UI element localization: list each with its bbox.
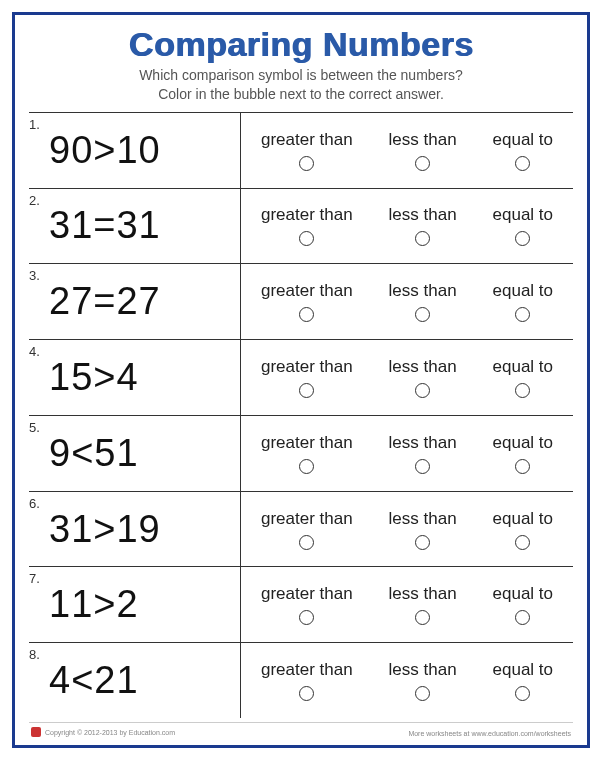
option-label-less: less than xyxy=(389,205,457,225)
bubble-greater[interactable] xyxy=(299,459,314,474)
bubble-less[interactable] xyxy=(415,307,430,322)
options-group: greater than less than equal to xyxy=(241,264,573,339)
problem-row: 4. 15>4 greater than less than equal to xyxy=(29,339,573,415)
option-equal: equal to xyxy=(493,357,554,398)
problem-number: 5. xyxy=(29,416,45,491)
problem-row: 6. 31>19 greater than less than equal to xyxy=(29,491,573,567)
bubble-less[interactable] xyxy=(415,686,430,701)
option-less: less than xyxy=(389,584,457,625)
problem-row: 2. 31=31 greater than less than equal to xyxy=(29,188,573,264)
option-less: less than xyxy=(389,281,457,322)
option-greater: greater than xyxy=(261,281,353,322)
option-less: less than xyxy=(389,433,457,474)
problem-number: 7. xyxy=(29,567,45,642)
problem-row: 1. 90>10 greater than less than equal to xyxy=(29,112,573,188)
option-equal: equal to xyxy=(493,281,554,322)
expression-cell: 4<21 xyxy=(45,643,241,718)
bubble-greater[interactable] xyxy=(299,307,314,322)
option-equal: equal to xyxy=(493,660,554,701)
footer-link-text: More worksheets at www.education.com/wor… xyxy=(408,730,571,737)
option-label-greater: greater than xyxy=(261,433,353,453)
expression-cell: 15>4 xyxy=(45,340,241,415)
expression: 11>2 xyxy=(49,583,139,626)
bubble-less[interactable] xyxy=(415,459,430,474)
footer: Copyright © 2012-2013 by Education.com M… xyxy=(29,722,573,737)
expression-cell: 11>2 xyxy=(45,567,241,642)
bubble-greater[interactable] xyxy=(299,535,314,550)
option-label-greater: greater than xyxy=(261,509,353,529)
option-label-less: less than xyxy=(389,433,457,453)
bubble-greater[interactable] xyxy=(299,686,314,701)
education-logo-icon xyxy=(31,727,41,737)
option-label-less: less than xyxy=(389,130,457,150)
bubble-less[interactable] xyxy=(415,156,430,171)
bubble-equal[interactable] xyxy=(515,610,530,625)
option-less: less than xyxy=(389,660,457,701)
option-greater: greater than xyxy=(261,357,353,398)
option-greater: greater than xyxy=(261,660,353,701)
option-label-less: less than xyxy=(389,509,457,529)
option-label-less: less than xyxy=(389,281,457,301)
options-group: greater than less than equal to xyxy=(241,340,573,415)
expression-cell: 31=31 xyxy=(45,189,241,264)
instructions: Which comparison symbol is between the n… xyxy=(29,66,573,104)
options-group: greater than less than equal to xyxy=(241,416,573,491)
bubble-greater[interactable] xyxy=(299,156,314,171)
bubble-equal[interactable] xyxy=(515,307,530,322)
options-group: greater than less than equal to xyxy=(241,492,573,567)
problem-number: 3. xyxy=(29,264,45,339)
option-equal: equal to xyxy=(493,433,554,474)
bubble-equal[interactable] xyxy=(515,459,530,474)
option-greater: greater than xyxy=(261,433,353,474)
expression-cell: 9<51 xyxy=(45,416,241,491)
expression: 31=31 xyxy=(49,204,161,247)
bubble-equal[interactable] xyxy=(515,156,530,171)
instructions-line-1: Which comparison symbol is between the n… xyxy=(139,67,463,83)
bubble-less[interactable] xyxy=(415,383,430,398)
footer-left: Copyright © 2012-2013 by Education.com xyxy=(31,727,175,737)
bubble-equal[interactable] xyxy=(515,231,530,246)
option-label-greater: greater than xyxy=(261,205,353,225)
problem-row: 5. 9<51 greater than less than equal to xyxy=(29,415,573,491)
problem-number: 8. xyxy=(29,643,45,718)
option-label-equal: equal to xyxy=(493,281,554,301)
option-label-equal: equal to xyxy=(493,130,554,150)
option-label-greater: greater than xyxy=(261,584,353,604)
option-label-less: less than xyxy=(389,660,457,680)
problem-row: 7. 11>2 greater than less than equal to xyxy=(29,566,573,642)
bubble-less[interactable] xyxy=(415,535,430,550)
option-equal: equal to xyxy=(493,130,554,171)
expression-cell: 31>19 xyxy=(45,492,241,567)
option-label-greater: greater than xyxy=(261,281,353,301)
bubble-equal[interactable] xyxy=(515,535,530,550)
bubble-less[interactable] xyxy=(415,610,430,625)
problem-number: 4. xyxy=(29,340,45,415)
bubble-greater[interactable] xyxy=(299,610,314,625)
bubble-less[interactable] xyxy=(415,231,430,246)
bubble-equal[interactable] xyxy=(515,383,530,398)
bubble-equal[interactable] xyxy=(515,686,530,701)
option-label-equal: equal to xyxy=(493,660,554,680)
option-label-less: less than xyxy=(389,357,457,377)
problem-number: 6. xyxy=(29,492,45,567)
bubble-greater[interactable] xyxy=(299,383,314,398)
option-greater: greater than xyxy=(261,130,353,171)
option-label-equal: equal to xyxy=(493,509,554,529)
option-less: less than xyxy=(389,509,457,550)
option-less: less than xyxy=(389,357,457,398)
problem-row: 3. 27=27 greater than less than equal to xyxy=(29,263,573,339)
expression-cell: 90>10 xyxy=(45,113,241,188)
worksheet-page: Comparing Numbers Which comparison symbo… xyxy=(12,12,590,748)
bubble-greater[interactable] xyxy=(299,231,314,246)
copyright-text: Copyright © 2012-2013 by Education.com xyxy=(45,729,175,736)
option-equal: equal to xyxy=(493,205,554,246)
option-label-greater: greater than xyxy=(261,357,353,377)
option-less: less than xyxy=(389,130,457,171)
option-greater: greater than xyxy=(261,205,353,246)
option-greater: greater than xyxy=(261,584,353,625)
expression: 27=27 xyxy=(49,280,161,323)
expression: 31>19 xyxy=(49,508,161,551)
options-group: greater than less than equal to xyxy=(241,643,573,718)
option-equal: equal to xyxy=(493,584,554,625)
expression: 4<21 xyxy=(49,659,139,702)
